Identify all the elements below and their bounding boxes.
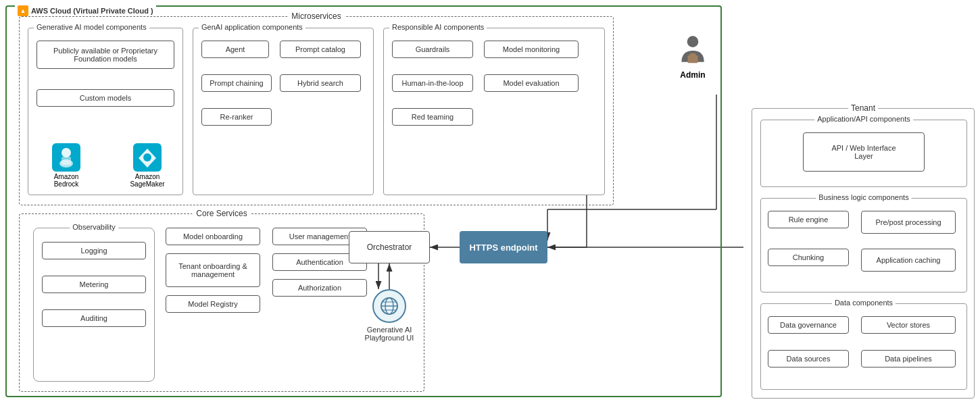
tenant-onboarding-box: Tenant onboarding & management xyxy=(166,253,260,287)
aws-icon: ▲ xyxy=(18,5,28,16)
data-sources-box: Data sources xyxy=(768,350,849,367)
chunking-box: Chunking xyxy=(768,249,849,266)
model-registry-box: Model Registry xyxy=(166,295,260,313)
biz-logic-section: Business logic components Rule engine Pr… xyxy=(760,198,967,293)
svg-rect-15 xyxy=(62,157,71,165)
hybrid-search-box: Hybrid search xyxy=(280,74,361,92)
admin-label: Admin xyxy=(680,70,705,80)
bedrock-icon xyxy=(52,143,80,172)
red-teaming-box: Red teaming xyxy=(392,108,473,126)
globe-icon xyxy=(372,289,406,323)
admin-icon xyxy=(676,34,710,68)
observability-label: Observability xyxy=(70,223,118,231)
api-web-layer-box: API / Web InterfaceLayer xyxy=(803,132,925,172)
microservices-label: Microservices xyxy=(287,11,345,21)
auditing-box: Auditing xyxy=(42,309,146,327)
tenant-label: Tenant xyxy=(848,103,878,113)
playground-section: Generative AIPlayfground UI xyxy=(349,289,430,342)
custom-models-box: Custom models xyxy=(36,89,174,107)
data-section: Data components Data governance Vector s… xyxy=(760,303,967,390)
agent-box: Agent xyxy=(201,41,269,58)
rule-engine-box: Rule engine xyxy=(768,211,849,228)
svg-rect-26 xyxy=(690,53,695,56)
sagemaker-label: AmazonSageMaker xyxy=(130,173,164,188)
public-models-box: Publicly available or Proprietary Founda… xyxy=(36,41,174,69)
genai-app-section: GenAI application components Agent Promp… xyxy=(193,28,374,195)
sagemaker-icon xyxy=(133,143,162,172)
bedrock-label: AmazonBedrock xyxy=(54,173,79,188)
aws-cloud-label: ▲ AWS Cloud (Virtual Private Cloud ) xyxy=(15,5,156,16)
model-monitoring-box: Model monitoring xyxy=(484,41,579,58)
admin-section: Admin xyxy=(676,34,710,80)
logging-box: Logging xyxy=(42,242,146,259)
observability-section: Observability Logging Metering Auditing xyxy=(33,228,155,382)
svg-point-18 xyxy=(143,153,151,161)
re-ranker-box: Re-ranker xyxy=(201,108,272,126)
tenant-section: Tenant Application/API components API / … xyxy=(752,108,975,399)
metering-box: Metering xyxy=(42,276,146,293)
prompt-chaining-box: Prompt chaining xyxy=(201,74,272,92)
model-onboarding-box: Model onboarding xyxy=(166,228,260,245)
playground-label: Generative AIPlayfground UI xyxy=(365,326,414,342)
biz-logic-label: Business logic components xyxy=(816,193,911,201)
human-loop-box: Human-in-the-loop xyxy=(392,74,473,92)
genai-app-label: GenAI application components xyxy=(199,23,305,31)
app-api-section: Application/API components API / Web Int… xyxy=(760,120,967,187)
vector-stores-box: Vector stores xyxy=(861,316,956,334)
microservices-section: Microservices Generative AI model compon… xyxy=(19,16,614,205)
model-evaluation-box: Model evaluation xyxy=(484,74,579,92)
app-caching-box: Application caching xyxy=(861,249,956,272)
data-governance-box: Data governance xyxy=(768,316,849,334)
app-api-label: Application/API components xyxy=(814,115,913,123)
data-label: Data components xyxy=(832,299,896,307)
prompt-catalog-box: Prompt catalog xyxy=(280,41,361,58)
core-services-label: Core Services xyxy=(192,209,251,218)
genai-model-label: Generative AI model components xyxy=(34,23,149,31)
responsible-ai-label: Responsible AI components xyxy=(389,23,487,31)
genai-model-section: Generative AI model components Publicly … xyxy=(28,28,183,195)
data-pipelines-box: Data pipelines xyxy=(861,350,956,367)
https-endpoint-box: HTTPS endpoint xyxy=(460,231,547,263)
pre-post-box: Pre/post processing xyxy=(861,211,956,234)
svg-point-13 xyxy=(62,148,71,157)
svg-point-24 xyxy=(687,36,699,47)
guardrails-box: Guardrails xyxy=(392,41,473,58)
responsible-ai-section: Responsible AI components Guardrails Mod… xyxy=(383,28,605,195)
orchestrator-box: Orchestrator xyxy=(349,231,430,263)
